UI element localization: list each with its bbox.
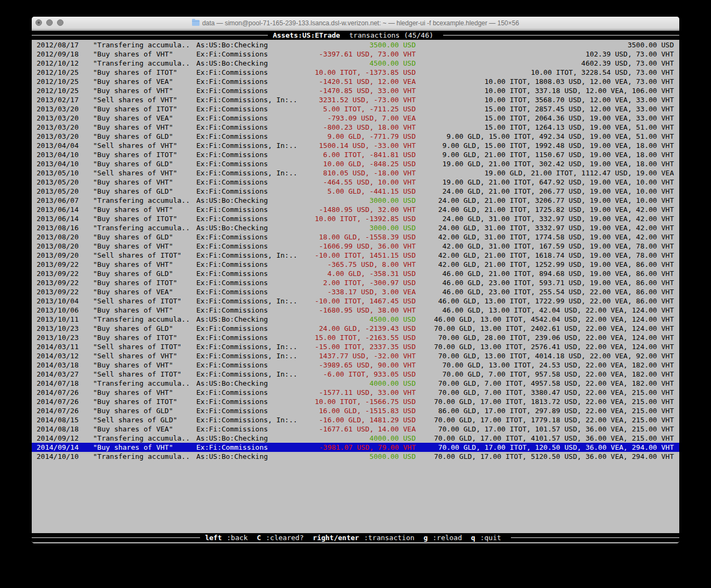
table-row[interactable]: 2013/06/14"Buy shares of ITOT"Ex:Fi:Comm… (32, 214, 679, 223)
table-row[interactable]: 2014/03/11"Sell shares of ITOT"Ex:Fi:Com… (32, 342, 679, 351)
table-row[interactable]: 2013/10/04"Sell shares of ITOT"Ex:Fi:Com… (32, 296, 679, 306)
table-row[interactable]: 2014/10/10"Transfering accumula..As:US:B… (32, 452, 679, 461)
txn-balance: 70.00 GLD, 17.00 ITOT, 4101.57 USD, 36.0… (434, 434, 674, 443)
txn-change: 10.00 ITOT, -1373.85 USD (254, 68, 416, 77)
txn-date: 2014/07/18 (37, 379, 79, 388)
txn-change: -15.00 ITOT, 2337.35 USD (254, 342, 416, 351)
table-row[interactable]: 2014/09/12"Transfering accumula..As:US:B… (32, 434, 679, 443)
table-row[interactable]: 2014/09/14"Buy shares of VHT"Ex:Fi:Commi… (32, 443, 679, 452)
txn-balance: 70.00 GLD, 17.00 ITOT, 5120.50 USD, 36.0… (434, 452, 674, 461)
table-row[interactable]: 2013/08/20"Buy shares of GLD"Ex:Fi:Commi… (32, 232, 679, 242)
table-row[interactable]: 2013/04/10"Buy shares of GLD"Ex:Fi:Commi… (32, 159, 679, 168)
desktop: { "window": { "title": "data — simon@poo… (0, 0, 711, 588)
table-row[interactable]: 2012/10/12"Transfering accumula..As:US:B… (32, 59, 679, 68)
footer-keys: left:back C:cleared? right/enter:transac… (200, 534, 511, 542)
txn-balance: 24.00 GLD, 21.00 ITOT, 3206.77 USD, 19.0… (438, 196, 674, 205)
txn-balance: 70.00 GLD, 7.00 ITOT, 3380.47 USD, 22.00… (438, 388, 674, 397)
table-row[interactable]: 2014/03/18"Buy shares of VHT"Ex:Fi:Commi… (32, 360, 679, 370)
table-row[interactable]: 2013/03/20"Buy shares of GLD"Ex:Fi:Commi… (32, 132, 679, 141)
txn-change: -800.23 USD, 18.00 VHT (254, 123, 416, 132)
table-row[interactable]: 2014/07/18"Transfering accumula..As:US:B… (32, 379, 679, 388)
txn-change: 4500.00 USD (254, 59, 416, 68)
table-row[interactable]: 2014/08/15"Sell shares of GLD"Ex:Fi:Comm… (32, 415, 679, 424)
table-row[interactable]: 2013/08/20"Buy shares of VHT"Ex:Fi:Commi… (32, 242, 679, 251)
txn-change: 4000.00 USD (254, 379, 416, 388)
txn-date: 2012/10/25 (37, 77, 79, 86)
table-row[interactable]: 2014/07/26"Buy shares of GLD"Ex:Fi:Commi… (32, 406, 679, 415)
txn-description: "Buy shares of VHT" (93, 123, 173, 132)
header-label: Assets:US:ETrade transactions (45/46) (268, 31, 443, 39)
table-row[interactable]: 2013/09/22"Buy shares of ITOT"Ex:Fi:Comm… (32, 278, 679, 287)
table-row[interactable]: 2013/04/10"Buy shares of ITOT"Ex:Fi:Comm… (32, 150, 679, 159)
txn-change: -793.09 USD, 7.00 VEA (254, 114, 416, 123)
table-row[interactable]: 2013/02/17"Sell shares of VHT"Ex:Fi:Comm… (32, 95, 679, 104)
table-row[interactable]: 2013/10/11"Transfering accumula..As:US:B… (32, 315, 679, 324)
table-row[interactable]: 2014/03/27"Sell shares of ITOT"Ex:Fi:Com… (32, 370, 679, 379)
zoom-button[interactable] (57, 19, 63, 26)
table-row[interactable]: 2012/10/25"Buy shares of ITOT"Ex:Fi:Comm… (32, 68, 679, 77)
txn-change: -3989.65 USD, 90.00 VHT (254, 360, 416, 370)
table-row[interactable]: 2013/05/10"Sell shares of VHT"Ex:Fi:Comm… (32, 168, 679, 178)
table-row[interactable]: 2013/04/04"Sell shares of VHT"Ex:Fi:Comm… (32, 141, 679, 150)
folder-icon (192, 20, 200, 26)
table-row[interactable]: 2013/05/20"Buy shares of VHT"Ex:Fi:Commi… (32, 178, 679, 187)
txn-date: 2012/09/18 (37, 49, 79, 59)
table-row[interactable]: 2013/09/22"Buy shares of VEA"Ex:Fi:Commi… (32, 287, 679, 296)
table-row[interactable]: 2013/05/20"Buy shares of GLD"Ex:Fi:Commi… (32, 187, 679, 196)
table-row[interactable]: 2013/09/20"Sell shares of ITOT"Ex:Fi:Com… (32, 251, 679, 260)
table-row[interactable]: 2013/10/23"Buy shares of GLD"Ex:Fi:Commi… (32, 324, 679, 333)
txn-date: 2013/09/22 (37, 260, 79, 269)
txn-date: 2013/09/22 (37, 287, 79, 296)
txn-description: "Buy shares of VEA" (93, 287, 173, 296)
table-row[interactable]: 2013/08/16"Transfering accumula..As:US:B… (32, 223, 679, 232)
footer-key-action: :back (222, 534, 257, 542)
txn-date: 2013/02/17 (37, 95, 79, 104)
table-row[interactable]: 2013/06/07"Transfering accumula..As:US:B… (32, 196, 679, 205)
table-row[interactable]: 2012/08/17"Transfering accumula..As:US:B… (32, 40, 679, 49)
table-row[interactable]: 2013/03/20"Buy shares of VHT"Ex:Fi:Commi… (32, 123, 679, 132)
table-row[interactable]: 2013/06/14"Buy shares of VHT"Ex:Fi:Commi… (32, 205, 679, 214)
txn-balance: 70.00 GLD, 13.00 ITOT, 2402.61 USD, 22.0… (434, 324, 674, 333)
txn-description: "Sell shares of GLD" (93, 415, 177, 424)
txn-balance: 70.00 GLD, 17.00 ITOT, 101.57 USD, 36.00… (438, 424, 674, 434)
txn-date: 2014/03/11 (37, 342, 79, 351)
table-row[interactable]: 2012/10/25"Buy shares of VHT"Ex:Fi:Commi… (32, 86, 679, 95)
table-row[interactable]: 2013/10/23"Buy shares of ITOT"Ex:Fi:Comm… (32, 333, 679, 342)
txn-date: 2013/04/10 (37, 159, 79, 168)
txn-balance: 24.00 GLD, 31.00 ITOT, 3332.97 USD, 19.0… (438, 223, 674, 232)
minimize-button[interactable] (46, 19, 53, 26)
table-row[interactable]: 2014/03/12"Sell shares of VHT"Ex:Fi:Comm… (32, 351, 679, 360)
txn-change: -10.00 ITOT, 1467.45 USD (254, 296, 416, 306)
txn-balance: 15.00 ITOT, 2064.36 USD, 19.00 VEA, 33.0… (485, 114, 674, 123)
txn-change: 4.00 GLD, -358.31 USD (254, 269, 416, 278)
txn-balance: 15.00 ITOT, 1264.13 USD, 19.00 VEA, 51.0… (485, 123, 674, 132)
table-row[interactable]: 2013/09/22"Buy shares of VHT"Ex:Fi:Commi… (32, 260, 679, 269)
table-row[interactable]: 2013/03/20"Buy shares of VEA"Ex:Fi:Commi… (32, 114, 679, 123)
table-row[interactable]: 2013/10/06"Buy shares of VHT"Ex:Fi:Commi… (32, 306, 679, 315)
txn-date: 2013/10/04 (37, 296, 79, 306)
txn-date: 2013/06/14 (37, 205, 79, 214)
txn-balance: 9.00 GLD, 15.00 ITOT, 492.34 USD, 19.00 … (446, 132, 674, 141)
window-title-area: data — simon@pool-71-165-239-133.lsanca.… (192, 19, 519, 27)
txn-date: 2013/03/20 (37, 114, 79, 123)
table-row[interactable]: 2013/03/20"Buy shares of ITOT"Ex:Fi:Comm… (32, 104, 679, 114)
table-row[interactable]: 2012/09/18"Buy shares of VHT"Ex:Fi:Commi… (32, 49, 679, 59)
txn-balance: 46.00 GLD, 13.00 ITOT, 42.04 USD, 22.00 … (443, 306, 674, 315)
table-row[interactable]: 2014/07/26"Buy shares of ITOT"Ex:Fi:Comm… (32, 397, 679, 406)
txn-description: "Buy shares of VHT" (93, 49, 173, 59)
txn-change: -1470.85 USD, 33.00 VHT (254, 86, 416, 95)
txn-change: 3000.00 USD (254, 223, 416, 232)
txn-balance: 46.00 GLD, 13.00 ITOT, 1722.99 USD, 22.0… (438, 296, 674, 306)
txn-change: 3231.52 USD, -73.00 VHT (254, 95, 416, 104)
txn-description: "Sell shares of VHT" (93, 141, 177, 150)
header-account-name: Assets:US:ETrade (273, 31, 340, 39)
close-button[interactable] (35, 19, 42, 26)
table-row[interactable]: 2014/08/18"Buy shares of VEA"Ex:Fi:Commi… (32, 424, 679, 434)
table-row[interactable]: 2013/09/22"Buy shares of GLD"Ex:Fi:Commi… (32, 269, 679, 278)
window-titlebar[interactable]: data — simon@pool-71-165-239-133.lsanca.… (32, 17, 679, 30)
txn-description: "Buy shares of ITOT" (93, 278, 177, 287)
txn-description: "Buy shares of VHT" (93, 205, 173, 214)
table-row[interactable]: 2014/07/26"Buy shares of VHT"Ex:Fi:Commi… (32, 388, 679, 397)
table-row[interactable]: 2012/10/25"Buy shares of VEA"Ex:Fi:Commi… (32, 77, 679, 86)
txn-description: "Buy shares of VHT" (93, 86, 173, 95)
